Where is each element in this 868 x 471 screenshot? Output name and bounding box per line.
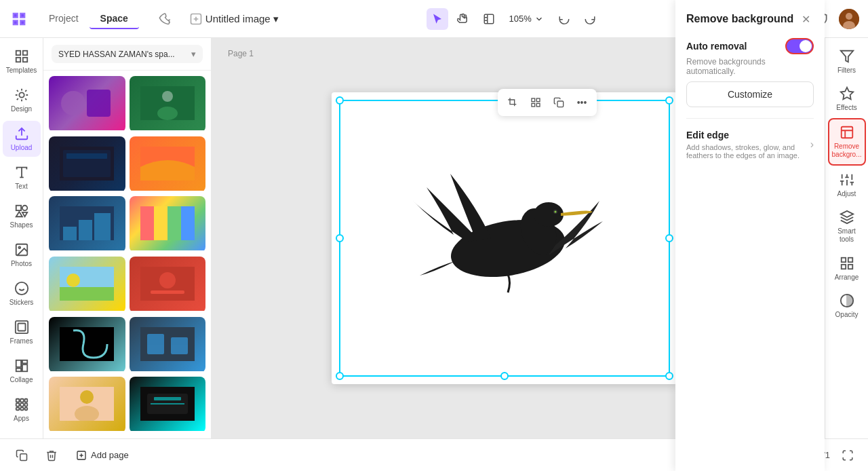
sidebar-item-templates[interactable]: Templates (3, 43, 41, 79)
sidebar-item-stickers[interactable]: Stickers (3, 276, 41, 312)
svg-rect-21 (16, 399, 19, 402)
thumbnail-item[interactable]: Wedding Entrance Id... (130, 136, 206, 193)
toggle-knob (800, 40, 812, 52)
sidebar-item-label: Stickers (9, 299, 34, 306)
workspace-name: SYED HASSAN ZAMAN's spa... (58, 50, 175, 59)
hand-tool-btn[interactable] (452, 8, 474, 30)
right-tool-adjust[interactable]: Adjust (828, 167, 866, 203)
svg-point-13 (18, 246, 20, 248)
svg-rect-31 (87, 90, 111, 117)
svg-rect-40 (63, 227, 77, 240)
svg-rect-65 (532, 103, 535, 107)
thumbnail-item[interactable]: South Korea (4).jpg (130, 257, 206, 313)
thumbnail-item[interactable]: TikTok(5).jpg (49, 377, 125, 433)
svg-rect-7 (16, 58, 20, 62)
svg-point-33 (162, 91, 173, 102)
add-page-btn[interactable]: Add page (71, 447, 134, 464)
delete-page-btn[interactable] (41, 445, 62, 466)
sidebar-item-text[interactable]: Text (3, 159, 41, 195)
svg-rect-24 (16, 403, 19, 407)
thumbnail-label: YouTube Videos Idea... (49, 371, 125, 373)
svg-point-30 (61, 91, 85, 115)
right-tool-label: Filters (837, 67, 856, 74)
duplicate-page-btn[interactable] (11, 445, 33, 466)
crop-tool-btn[interactable] (502, 92, 523, 113)
svg-rect-96 (841, 265, 845, 269)
sidebar-item-label: Shapes (10, 221, 33, 229)
nav-space[interactable]: Space (90, 9, 139, 29)
sidebar-item-upload[interactable]: Upload (3, 121, 41, 157)
svg-rect-64 (536, 98, 540, 102)
sidebar-item-label: Apps (14, 415, 29, 422)
workspace-btn[interactable] (153, 10, 176, 28)
thumbnail-item[interactable]: Teach Kids to Read(1)... (49, 257, 125, 313)
svg-rect-16 (18, 324, 25, 331)
thumbnail-item[interactable]: South Korea (3).jpg (130, 196, 206, 252)
svg-point-79 (336, 373, 343, 379)
svg-rect-26 (24, 403, 27, 407)
thumbnail-item[interactable]: sample_640×426.bmp (49, 76, 125, 132)
expand-btn[interactable] (838, 446, 857, 465)
customize-button[interactable]: Customize (686, 81, 814, 107)
svg-rect-20 (16, 369, 20, 372)
undo-btn[interactable] (553, 8, 575, 30)
workspace-selector[interactable]: SYED HASSAN ZAMAN's spa... ▾ (52, 45, 203, 63)
grid-tool-btn[interactable] (526, 92, 546, 113)
right-tool-smart[interactable]: Smart tools (828, 204, 866, 249)
thumbnail-label: Teach Kids to Read(1)... (49, 311, 125, 313)
thumbnail-preview (49, 196, 125, 250)
thumbnail-item[interactable]: Screenshot 2023-10-... (49, 136, 125, 193)
svg-point-14 (15, 282, 27, 295)
svg-point-58 (80, 390, 94, 404)
sidebar-item-collage[interactable]: Collage (3, 353, 41, 389)
sidebar-item-label: Collage (10, 376, 33, 383)
avatar-button[interactable] (838, 8, 860, 30)
svg-rect-41 (79, 220, 92, 240)
right-tool-remove-bg[interactable]: Remove backgro... (828, 118, 866, 166)
redo-btn[interactable] (579, 8, 601, 30)
more-tool-btn[interactable]: ••• (572, 92, 592, 113)
zoom-control[interactable]: 105% (504, 11, 549, 26)
right-tool-filters[interactable]: Filters (828, 43, 866, 79)
sidebar-item-shapes[interactable]: Shapes (3, 198, 41, 234)
right-tool-arrange[interactable]: Arrange (828, 250, 866, 286)
icon-sidebar: Templates Design Upload Text Shapes Phot… (0, 38, 43, 438)
right-tool-label: Adjust (837, 190, 856, 197)
thumbnail-preview (49, 76, 125, 130)
thumbnail-item[interactable]: Wooting Two HE(4).j... (130, 377, 206, 433)
svg-rect-44 (154, 206, 167, 240)
svg-point-78 (666, 235, 673, 242)
remove-bg-panel: Remove background ✕ Auto removal Remove … (675, 38, 825, 438)
edit-edge-row[interactable]: Edit edge Add shadows, strokes, glow, an… (686, 130, 814, 159)
nav-project[interactable]: Project (38, 9, 90, 29)
select-tool-btn[interactable] (427, 8, 448, 30)
document-title-btn[interactable]: Untitled image ▾ (189, 12, 279, 26)
sidebar-item-chat[interactable] (3, 433, 41, 438)
auto-removal-title: Auto removal (686, 41, 747, 52)
sidebar-item-photos[interactable]: Photos (3, 237, 41, 273)
sidebar-item-frames[interactable]: Frames (3, 314, 41, 350)
right-tool-label: Arrange (835, 274, 859, 281)
sidebar-item-label: Text (15, 183, 27, 190)
sidebar-item-design[interactable]: Design (3, 82, 41, 118)
thumbnail-item[interactable]: South Korea.jpg (49, 196, 125, 252)
thumbnail-item[interactable]: YouTube Videos Idea... (49, 317, 125, 373)
layout-tool-btn[interactable] (478, 8, 500, 30)
thumbnail-item[interactable]: Viral Content Ideas(7... (130, 317, 206, 373)
right-tool-label: Smart tools (831, 227, 863, 244)
right-tool-label: Opacity (835, 311, 859, 318)
svg-rect-63 (532, 98, 535, 102)
thumbnail-item[interactable]: How to Plan a Weddi... (130, 76, 206, 132)
right-tool-label: Effects (836, 104, 856, 111)
copy-tool-btn[interactable] (549, 92, 569, 113)
auto-removal-toggle[interactable] (785, 38, 814, 54)
workspace-chevron-icon: ▾ (191, 49, 196, 59)
thumbnail-preview (130, 317, 206, 371)
right-tool-effects[interactable]: Effects (828, 81, 866, 117)
sidebar-item-apps[interactable]: Apps (3, 392, 41, 428)
svg-rect-84 (841, 127, 852, 138)
svg-rect-45 (167, 206, 181, 240)
svg-rect-42 (94, 213, 111, 240)
right-tool-opacity[interactable]: Opacity (828, 288, 866, 324)
app-logo[interactable] (8, 8, 30, 30)
